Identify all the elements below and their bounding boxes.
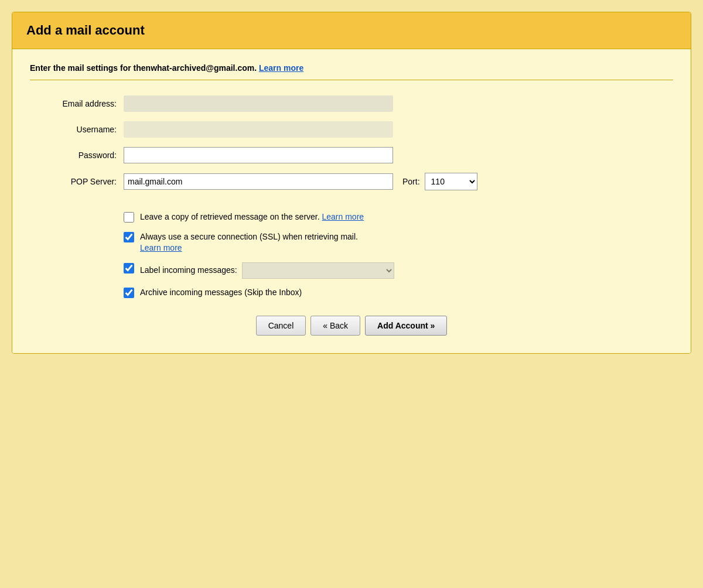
leave-copy-option-row: Leave a copy of retrieved message on the… [124, 211, 673, 223]
email-label: Email address: [30, 99, 124, 108]
username-label: Username: [30, 125, 124, 134]
password-row: Password: [30, 147, 673, 163]
username-row: Username: [30, 121, 673, 138]
archive-label: Archive incoming messages (Skip the Inbo… [140, 287, 302, 299]
secure-ssl-label: Always use a secure connection (SSL) whe… [140, 231, 358, 254]
cancel-button[interactable]: Cancel [256, 316, 306, 336]
port-select[interactable]: 110 995 [425, 173, 477, 190]
dialog-body: Enter the mail settings for thenwhat-arc… [12, 49, 691, 353]
options-area: Leave a copy of retrieved message on the… [30, 211, 673, 298]
dialog-header: Add a mail account [12, 12, 691, 49]
label-incoming-select[interactable] [242, 262, 394, 279]
password-input[interactable] [124, 147, 393, 163]
add-account-button[interactable]: Add Account » [365, 316, 447, 336]
port-label: Port: [402, 177, 420, 186]
label-incoming-label: Label incoming messages: [140, 262, 394, 279]
dialog-container: Add a mail account Enter the mail settin… [12, 12, 691, 354]
label-incoming-checkbox[interactable] [124, 263, 134, 274]
email-value-display [124, 95, 393, 112]
pop-server-input[interactable] [124, 173, 393, 190]
archive-checkbox[interactable] [124, 288, 134, 298]
label-incoming-option-row: Label incoming messages: [124, 262, 673, 279]
leave-copy-label: Leave a copy of retrieved message on the… [140, 211, 364, 223]
password-label: Password: [30, 151, 124, 160]
pop-server-row: POP Server: Port: 110 995 [30, 173, 673, 190]
archive-option-row: Archive incoming messages (Skip the Inbo… [124, 287, 673, 299]
back-button[interactable]: « Back [310, 316, 360, 336]
secure-ssl-learn-more-link[interactable]: Learn more [140, 243, 182, 252]
dialog-title: Add a mail account [26, 23, 677, 38]
secure-ssl-checkbox[interactable] [124, 232, 134, 242]
button-row: Cancel « Back Add Account » [30, 316, 673, 336]
secure-ssl-option-row: Always use a secure connection (SSL) whe… [124, 231, 673, 254]
pop-server-label: POP Server: [30, 177, 124, 186]
leave-copy-learn-more-link[interactable]: Learn more [322, 212, 364, 221]
leave-copy-checkbox[interactable] [124, 212, 134, 223]
form-area: Email address: Username: Password: POP S… [30, 90, 673, 211]
intro-text-content: Enter the mail settings for thenwhat-arc… [30, 63, 257, 73]
intro-learn-more-link[interactable]: Learn more [259, 63, 303, 73]
email-row: Email address: [30, 95, 673, 112]
username-value-display [124, 121, 393, 138]
intro-text: Enter the mail settings for thenwhat-arc… [30, 63, 673, 80]
